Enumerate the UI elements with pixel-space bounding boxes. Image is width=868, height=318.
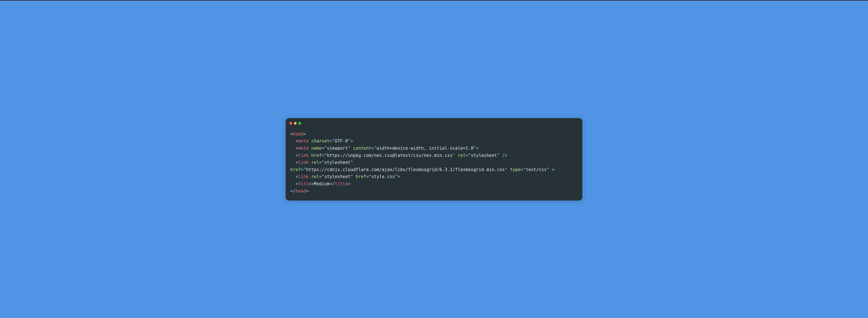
maximize-icon[interactable] (299, 122, 301, 125)
code-punct: < (296, 160, 298, 165)
code-attr: href (290, 167, 301, 172)
code-punct: = (322, 146, 324, 151)
code-punct: " (468, 153, 471, 158)
code-string: stylesheet (471, 153, 497, 158)
code-punct: " (348, 139, 350, 144)
code-punct: > (304, 132, 306, 137)
code-tag: title (335, 181, 348, 186)
code-tag: head (296, 189, 306, 194)
code-punct: " (350, 174, 353, 179)
code-punct: " (304, 167, 306, 172)
code-string: width=device-width, initial-scale=1.0 (377, 146, 473, 151)
code-punct: < (290, 132, 293, 137)
code-indent (290, 174, 296, 179)
code-text: Medium (314, 181, 330, 186)
code-space (353, 174, 355, 179)
code-punct: </ (290, 189, 296, 194)
code-string: stylesheet (324, 174, 350, 179)
code-punct: " (350, 160, 353, 165)
code-attr: type (510, 167, 521, 172)
code-punct: > (350, 139, 353, 144)
code-string: https://unpkg.com/nes.css@latest/css/nes… (327, 153, 453, 158)
code-punct: > (398, 174, 400, 179)
code-tag: meta (298, 146, 309, 151)
code-punct: " (523, 167, 526, 172)
code-attr: href (356, 174, 366, 179)
code-punct: " (332, 139, 335, 144)
code-string: https://cdnjs.cloudflare.com/ajax/libs/f… (306, 167, 505, 172)
code-punct: > (311, 181, 314, 186)
code-space (309, 139, 311, 144)
code-punct: " (324, 153, 327, 158)
code-indent (290, 146, 296, 151)
minimize-icon[interactable] (294, 122, 297, 125)
code-attr: rel (458, 153, 466, 158)
code-punct: " (547, 167, 549, 172)
code-attr: name (311, 146, 322, 151)
code-string: style.css (371, 174, 395, 179)
code-punct: > (552, 167, 554, 172)
code-tag: link (298, 153, 309, 158)
code-punct: = (466, 153, 468, 158)
code-punct: < (296, 153, 298, 158)
code-punct: /> (502, 153, 507, 158)
code-string: viewport (327, 146, 348, 151)
code-punct: < (296, 181, 298, 186)
code-punct: " (369, 174, 371, 179)
code-punct: = (319, 160, 322, 165)
code-string: UTF-8 (335, 139, 348, 144)
code-space (309, 174, 311, 179)
code-tag: link (298, 160, 309, 165)
code-punct: = (322, 153, 324, 158)
code-indent (290, 181, 296, 186)
code-punct: > (476, 146, 478, 151)
code-space (309, 153, 311, 158)
code-punct: < (296, 174, 298, 179)
code-punct: = (366, 174, 369, 179)
code-space (499, 153, 502, 158)
code-punct: " (348, 146, 350, 151)
code-tag: head (293, 132, 303, 137)
code-attr: content (353, 146, 371, 151)
code-indent (290, 160, 296, 165)
code-attr: rel (311, 160, 319, 165)
code-space (350, 146, 353, 151)
code-punct: " (497, 153, 499, 158)
code-punct: " (324, 146, 327, 151)
code-punct: " (453, 153, 455, 158)
code-punct: = (330, 139, 332, 144)
code-space (549, 167, 552, 172)
code-window: <head> <meta charset="UTF-8"> <meta name… (286, 118, 582, 201)
window-controls (286, 118, 582, 126)
code-tag: link (298, 174, 309, 179)
code-punct: " (505, 167, 507, 172)
code-punct: " (473, 146, 476, 151)
code-attr: charset (311, 139, 330, 144)
code-punct: = (521, 167, 523, 172)
code-punct: </ (330, 181, 335, 186)
close-icon[interactable] (289, 122, 292, 125)
code-punct: " (395, 174, 398, 179)
code-punct: " (322, 174, 324, 179)
code-indent (290, 153, 296, 158)
code-punct: < (296, 146, 298, 151)
code-space (309, 146, 311, 151)
code-string: stylesheet (324, 160, 350, 165)
code-indent (290, 139, 296, 144)
code-attr: href (311, 153, 322, 158)
code-punct: > (348, 181, 350, 186)
code-punct: = (319, 174, 322, 179)
code-tag: meta (298, 139, 309, 144)
code-tag: title (298, 181, 311, 186)
code-space (507, 167, 510, 172)
code-attr: rel (311, 174, 319, 179)
code-string: text/css (526, 167, 547, 172)
code-punct: " (374, 146, 377, 151)
code-punct: = (301, 167, 303, 172)
code-space (309, 160, 311, 165)
code-punct: = (371, 146, 374, 151)
code-content: <head> <meta charset="UTF-8"> <meta name… (286, 126, 582, 201)
code-punct: " (322, 160, 324, 165)
code-punct: > (306, 189, 309, 194)
code-punct: < (296, 139, 298, 144)
